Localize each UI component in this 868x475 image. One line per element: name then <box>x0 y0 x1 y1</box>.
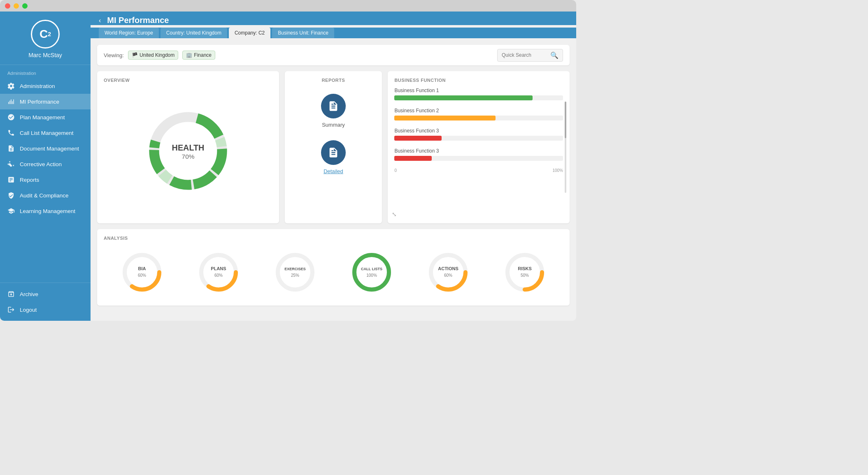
sidebar-item-corrective-action[interactable]: Corrective Action <box>0 156 91 172</box>
panels-row: OVERVIEW <box>97 71 570 223</box>
gauge-call-lists: CALL LISTS 100% <box>349 250 394 295</box>
phone-icon <box>7 129 15 137</box>
reports-panel: REPORTS Summary <box>285 71 382 223</box>
logout-icon <box>7 306 15 313</box>
sidebar-item-document-management-label: Document Management <box>20 146 79 152</box>
report-item-summary[interactable]: Summary <box>321 94 346 128</box>
sidebar-item-corrective-action-label: Corrective Action <box>20 161 62 167</box>
breadcrumb-tab-country[interactable]: Country: United Kingdom <box>161 28 227 38</box>
health-pct: 70% <box>182 153 194 160</box>
sidebar-logo: C2 Marc McStay <box>0 12 91 65</box>
filter-tag-uk[interactable]: 🏴 United Kingdom <box>128 51 178 60</box>
sidebar-item-audit-compliance[interactable]: Audit & Compliance <box>0 188 91 203</box>
search-input[interactable] <box>502 52 548 58</box>
sidebar-username: Marc McStay <box>28 52 62 58</box>
exercises-label-text: EXERCISES <box>284 267 306 271</box>
logo-sup: 2 <box>48 31 51 37</box>
bf-axis: 0 100% <box>394 168 563 173</box>
call-lists-gauge-svg: CALL LISTS 100% <box>349 250 394 295</box>
plans-gauge-svg: PLANS 60% <box>196 250 241 295</box>
breadcrumb-tab-business-unit[interactable]: Business Unit: Finance <box>272 28 334 38</box>
breadcrumb-tab-company[interactable]: Company: C2 <box>229 28 270 38</box>
detailed-label[interactable]: Detailed <box>323 168 343 174</box>
sidebar-item-document-management[interactable]: Document Management <box>0 141 91 156</box>
detailed-document-icon <box>328 147 339 158</box>
collapse-sidebar-button[interactable]: ‹ <box>99 17 101 24</box>
overview-label: OVERVIEW <box>104 78 272 83</box>
overview-panel: OVERVIEW <box>97 71 279 223</box>
filter-bar: Viewing: 🏴 United Kingdom 🏢 Finance 🔍 <box>97 45 570 65</box>
bf-item-3: Business Function 3 <box>394 128 563 141</box>
gauge-bia: BIA 60% <box>119 250 165 295</box>
graduation-icon <box>7 207 15 215</box>
sidebar-item-mi-performance-label: MI Performance <box>20 99 59 105</box>
minimize-button[interactable] <box>14 3 19 9</box>
health-donut-chart: HEALTH 70% <box>143 106 233 196</box>
sidebar-item-mi-performance[interactable]: MI Performance <box>0 94 91 109</box>
sidebar-item-plan-management[interactable]: Plan Management <box>0 109 91 125</box>
viewing-label: Viewing: <box>104 52 124 58</box>
sidebar-item-call-list-label: Call List Management <box>20 130 74 136</box>
bf-axis-min: 0 <box>394 168 397 173</box>
filter-tag-finance[interactable]: 🏢 Finance <box>182 51 215 60</box>
page-title: MI Performance <box>107 16 568 25</box>
bf-axis-max: 100% <box>552 168 563 173</box>
sidebar-item-reports-label: Reports <box>20 177 39 183</box>
detailed-icon-circle <box>321 140 346 165</box>
sidebar-item-administration[interactable]: Administration <box>0 78 91 94</box>
analysis-panel: ANALYSIS BIA 60% <box>97 229 570 306</box>
call-lists-label-text: CALL LISTS <box>361 267 382 271</box>
search-box[interactable]: 🔍 <box>497 49 563 62</box>
sidebar-item-reports[interactable]: Reports <box>0 172 91 188</box>
bf-4-fill <box>394 156 431 161</box>
shield-icon <box>7 192 15 199</box>
bf-2-fill <box>394 116 496 120</box>
actions-label-text: ACTIONS <box>438 266 458 271</box>
window-chrome <box>0 0 576 12</box>
close-button[interactable] <box>5 3 10 9</box>
scroll-thumb <box>565 102 566 138</box>
plans-label-text: PLANS <box>211 266 226 271</box>
bf-2-title: Business Function 2 <box>394 108 563 114</box>
summary-icon-circle <box>321 94 346 118</box>
dashboard: Viewing: 🏴 United Kingdom 🏢 Finance 🔍 <box>91 38 576 321</box>
expand-button[interactable]: ⤡ <box>392 211 400 219</box>
archive-icon <box>7 290 15 298</box>
chart-bar-icon <box>7 98 15 105</box>
filter-tag-uk-label: United Kingdom <box>140 52 175 58</box>
breadcrumb-tab-world-region[interactable]: World Region: Europe <box>99 28 159 38</box>
donut-chart-container: HEALTH 70% <box>104 88 272 214</box>
bf-1-track <box>394 95 563 100</box>
bf-item-2: Business Function 2 <box>394 108 563 120</box>
bf-4-title: Business Function 3 <box>394 148 563 154</box>
bf-1-title: Business Function 1 <box>394 88 563 93</box>
gauge-exercises: EXERCISES 25% <box>272 250 318 295</box>
plans-pct-text: 60% <box>214 273 223 278</box>
risks-label-text: RISKS <box>518 266 532 271</box>
maximize-button[interactable] <box>22 3 28 9</box>
sidebar-item-archive-label: Archive <box>20 291 38 297</box>
breadcrumb-bar: World Region: Europe Country: United Kin… <box>91 28 576 38</box>
report-item-detailed[interactable]: Detailed <box>321 140 346 174</box>
reports-icon <box>7 176 15 183</box>
sidebar-item-archive[interactable]: Archive <box>0 286 91 302</box>
scroll-indicator <box>565 102 566 193</box>
logo-icon: C2 <box>31 20 60 49</box>
sidebar-item-audit-compliance-label: Audit & Compliance <box>20 192 69 199</box>
bf-item-1: Business Function 1 <box>394 88 563 100</box>
gauge-risks: RISKS 50% <box>502 250 547 295</box>
filter-row: Viewing: 🏴 United Kingdom 🏢 Finance 🔍 <box>97 45 570 65</box>
check-circle-icon <box>7 114 15 121</box>
sidebar-item-administration-label: Administration <box>20 83 55 89</box>
business-function-panel: BUSINESS FUNCTION Business Function 1 Bu… <box>388 71 570 223</box>
sidebar-item-learning-management[interactable]: Learning Management <box>0 203 91 219</box>
bf-3-title: Business Function 3 <box>394 128 563 134</box>
bia-pct-text: 60% <box>138 273 146 278</box>
filter-tag-finance-label: Finance <box>194 52 212 58</box>
sidebar-item-logout[interactable]: Logout <box>0 302 91 317</box>
sidebar-item-call-list-management[interactable]: Call List Management <box>0 125 91 141</box>
wrench-icon <box>7 160 15 168</box>
bf-4-track <box>394 156 563 161</box>
flag-icon: 🏴 <box>132 52 138 58</box>
gear-icon <box>7 82 15 90</box>
